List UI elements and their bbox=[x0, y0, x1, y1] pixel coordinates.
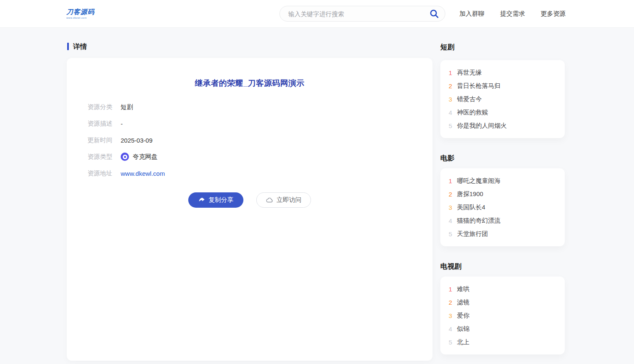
rank-item-title: 昔日长枪落马归 bbox=[457, 82, 500, 90]
list-item[interactable]: 2 昔日长枪落马归 bbox=[449, 79, 556, 92]
rank-item-title: 唐探1900 bbox=[457, 190, 483, 198]
field-label: 资源分类 bbox=[87, 103, 112, 111]
rank-item-title: 美国队长4 bbox=[457, 204, 485, 211]
resource-title: 继承者的荣耀_刀客源码网演示 bbox=[87, 78, 412, 89]
rank-number: 5 bbox=[449, 231, 454, 238]
rank-item-title: 再世无缘 bbox=[457, 69, 482, 77]
field-value: - bbox=[121, 120, 123, 127]
list-item[interactable]: 5 你是我的人间烟火 bbox=[449, 119, 556, 132]
list-item[interactable]: 1 难哄 bbox=[449, 282, 556, 296]
rank-number: 4 bbox=[449, 109, 454, 116]
header-nav: 加入群聊 提交需求 更多资源 bbox=[459, 10, 566, 18]
sidebar: 短剧 1 再世无缘 2 昔日长枪落马归 3 错爱古今 4 神医的救赎 5 你是我… bbox=[440, 28, 565, 354]
sidebar-section-title-movies: 电影 bbox=[440, 153, 565, 163]
list-item[interactable]: 1 哪吒之魔童闹海 bbox=[449, 174, 556, 187]
main-column: 详情 继承者的荣耀_刀客源码网演示 资源分类 短剧 资源描述 - 更新时间 20… bbox=[67, 28, 432, 361]
search-bar bbox=[279, 6, 445, 22]
top-header: 刀客源码 www.dkewl.com 加入群聊 提交需求 更多资源 bbox=[0, 0, 634, 28]
field-label: 资源地址 bbox=[87, 170, 112, 177]
copy-share-button[interactable]: 复制分享 bbox=[188, 192, 243, 208]
rank-number: 1 bbox=[449, 286, 454, 293]
search-input[interactable] bbox=[288, 10, 429, 17]
share-arrow-icon bbox=[198, 197, 205, 204]
list-item[interactable]: 4 猫猫的奇幻漂流 bbox=[449, 214, 556, 227]
field-value: 夸克网盘 bbox=[121, 153, 158, 161]
field-label: 更新时间 bbox=[87, 136, 112, 144]
nav-join-group-chat[interactable]: 加入群聊 bbox=[459, 10, 484, 18]
rank-item-title: 爱你 bbox=[457, 312, 469, 320]
visit-now-button[interactable]: 立即访问 bbox=[256, 192, 311, 208]
field-row-description: 资源描述 - bbox=[87, 115, 412, 132]
rank-card-short-drama: 1 再世无缘 2 昔日长枪落马归 3 错爱古今 4 神医的救赎 5 你是我的人间… bbox=[440, 60, 565, 138]
field-row-resource-type: 资源类型 夸克网盘 bbox=[87, 148, 412, 165]
section-accent-bar bbox=[67, 43, 69, 50]
list-item[interactable]: 3 爱你 bbox=[449, 309, 556, 322]
resource-url-link[interactable]: www.dkewl.com bbox=[121, 170, 165, 177]
search-icon[interactable] bbox=[429, 9, 439, 19]
rank-item-title: 滤镜 bbox=[457, 298, 469, 306]
nav-more-resources[interactable]: 更多资源 bbox=[541, 10, 566, 18]
list-item[interactable]: 4 似锦 bbox=[449, 322, 556, 335]
site-logo-title: 刀客源码 bbox=[66, 9, 95, 15]
sidebar-section-title-short-drama: 短剧 bbox=[440, 42, 565, 52]
resource-type-text: 夸克网盘 bbox=[133, 153, 158, 161]
copy-share-label: 复制分享 bbox=[209, 196, 233, 204]
field-row-update-time: 更新时间 2025-03-09 bbox=[87, 132, 412, 148]
field-label: 资源描述 bbox=[87, 120, 112, 128]
rank-item-title: 北上 bbox=[457, 338, 469, 346]
rank-number: 3 bbox=[449, 312, 454, 319]
rank-item-title: 天堂旅行团 bbox=[457, 230, 488, 238]
list-item[interactable]: 2 唐探1900 bbox=[449, 187, 556, 201]
rank-number: 1 bbox=[449, 69, 454, 76]
list-item[interactable]: 3 美国队长4 bbox=[449, 201, 556, 214]
rank-card-movies: 1 哪吒之魔童闹海 2 唐探1900 3 美国队长4 4 猫猫的奇幻漂流 5 天… bbox=[440, 168, 565, 246]
rank-card-tv-series: 1 难哄 2 滤镜 3 爱你 4 似锦 5 北上 bbox=[440, 277, 565, 354]
rank-item-title: 哪吒之魔童闹海 bbox=[457, 177, 500, 185]
rank-item-title: 神医的救赎 bbox=[457, 109, 488, 116]
site-logo[interactable]: 刀客源码 www.dkewl.com bbox=[66, 9, 95, 19]
field-row-resource-url: 资源地址 www.dkewl.com bbox=[87, 165, 412, 182]
list-item[interactable]: 2 滤镜 bbox=[449, 296, 556, 309]
rank-item-title: 难哄 bbox=[457, 285, 469, 293]
rank-number: 4 bbox=[449, 325, 454, 332]
page-content: 详情 继承者的荣耀_刀客源码网演示 资源分类 短剧 资源描述 - 更新时间 20… bbox=[0, 28, 634, 361]
nav-submit-request[interactable]: 提交需求 bbox=[500, 10, 525, 18]
list-item[interactable]: 5 天堂旅行团 bbox=[449, 227, 556, 240]
rank-number: 4 bbox=[449, 217, 454, 224]
rank-number: 3 bbox=[449, 204, 454, 211]
rank-number: 5 bbox=[449, 339, 454, 346]
detail-section-title: 详情 bbox=[73, 42, 87, 51]
visit-now-label: 立即访问 bbox=[277, 196, 301, 204]
rank-number: 2 bbox=[449, 191, 454, 198]
sidebar-section-title-tv-series: 电视剧 bbox=[440, 262, 565, 271]
action-buttons: 复制分享 立即访问 bbox=[87, 192, 412, 208]
rank-item-title: 你是我的人间烟火 bbox=[457, 122, 507, 130]
quark-disk-icon bbox=[121, 153, 129, 161]
list-item[interactable]: 1 再世无缘 bbox=[449, 66, 556, 79]
list-item[interactable]: 4 神医的救赎 bbox=[449, 106, 556, 119]
rank-number: 2 bbox=[449, 83, 454, 90]
rank-item-title: 似锦 bbox=[457, 325, 469, 333]
rank-number: 3 bbox=[449, 96, 454, 103]
list-item[interactable]: 5 北上 bbox=[449, 335, 556, 349]
field-label: 资源类型 bbox=[87, 153, 112, 161]
field-value: 短剧 bbox=[121, 103, 133, 111]
list-item[interactable]: 3 错爱古今 bbox=[449, 92, 556, 106]
rank-number: 5 bbox=[449, 122, 454, 129]
rank-number: 2 bbox=[449, 299, 454, 306]
cloud-icon bbox=[266, 197, 273, 204]
resource-detail-card: 继承者的荣耀_刀客源码网演示 资源分类 短剧 资源描述 - 更新时间 2025-… bbox=[67, 58, 432, 361]
site-logo-subtitle: www.dkewl.com bbox=[66, 17, 95, 19]
resource-fields: 资源分类 短剧 资源描述 - 更新时间 2025-03-09 资源类型 bbox=[87, 99, 412, 182]
field-value: 2025-03-09 bbox=[121, 137, 153, 144]
rank-item-title: 错爱古今 bbox=[457, 95, 482, 103]
rank-item-title: 猫猫的奇幻漂流 bbox=[457, 217, 500, 225]
rank-number: 1 bbox=[449, 177, 454, 184]
field-row-category: 资源分类 短剧 bbox=[87, 99, 412, 115]
detail-section-header: 详情 bbox=[67, 42, 432, 51]
